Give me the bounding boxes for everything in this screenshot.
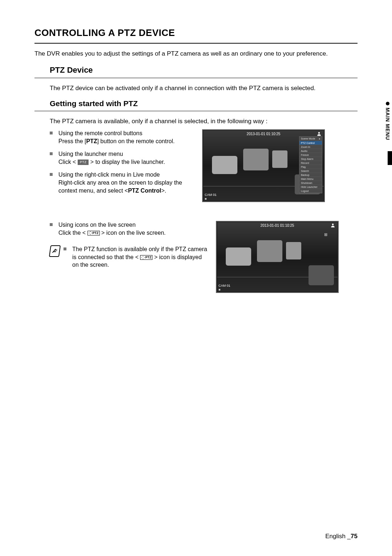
divider-thin-2: [34, 111, 358, 111]
menu-item-zoom-in[interactable]: Zoom In: [299, 145, 322, 149]
screenshot-column-2: 2013-01-01 01:10:25 ⊞ CAM 01 ■: [216, 221, 339, 293]
intro-text: The DVR enables you to adjust the settin…: [34, 50, 358, 57]
getting-started-intro: The PTZ camera is available, only if a c…: [50, 118, 358, 125]
menu-item-scene-mode[interactable]: Scene Mode▸: [299, 137, 322, 141]
menu-item-shutdown[interactable]: Shutdown: [299, 181, 322, 185]
menu-item-backup[interactable]: Backup: [299, 173, 322, 177]
menu-item-record[interactable]: Record: [299, 161, 322, 165]
page-number: 75: [351, 533, 358, 540]
svg-point-1: [332, 223, 334, 225]
menu-item-play[interactable]: Play: [299, 165, 322, 169]
ptz-badge-icon: PTZ: [78, 160, 89, 165]
bullet-remote: Using the remote control buttons Press t…: [50, 129, 195, 145]
menu-item-audio[interactable]: Audio: [299, 149, 322, 153]
side-dot-icon: [386, 102, 389, 105]
note-icon: [49, 245, 61, 257]
svg-point-0: [318, 132, 320, 134]
sub-intro-text: The PTZ device can be activated only if …: [50, 85, 358, 92]
page-content: CONTROLLING A PTZ DEVICE The DVR enables…: [0, 0, 392, 293]
side-block: [388, 151, 392, 165]
menu-item-search[interactable]: Search: [299, 169, 322, 173]
footer: English _75: [325, 533, 358, 540]
content-row-2: Using icons on the live screen Click the…: [50, 221, 358, 293]
menu-item-ptz-control[interactable]: PTZ Control: [299, 141, 322, 145]
bullet-desc: Click the < PTZ > icon on the live scree…: [58, 229, 209, 237]
subsection-title: PTZ Device: [50, 65, 358, 75]
bullets-column-2: Using icons on the live screen Click the…: [50, 221, 209, 269]
menu-item-hide-launcher[interactable]: Hide Launcher: [299, 185, 322, 189]
bullet-desc: Click < PTZ > to display the live launch…: [58, 158, 195, 166]
divider-thin: [34, 78, 358, 78]
user-icon: [330, 223, 335, 228]
bullet-desc: Right-click any area on the screen to di…: [58, 179, 195, 194]
bullet-launcher: Using the launcher menu Click < PTZ > to…: [50, 150, 195, 166]
menu-item-main-menu[interactable]: Main Menu: [299, 177, 322, 181]
chevron-right-icon: ▸: [319, 137, 320, 140]
bullet-title: Using icons on the live screen: [58, 221, 209, 229]
note-row: The PTZ function is available only if th…: [50, 245, 209, 269]
bullet-list-1: Using the remote control buttons Press t…: [50, 129, 195, 194]
bullet-rightclick: Using the right-click menu in Live mode …: [50, 171, 195, 194]
bullet-title: Using the launcher menu: [58, 150, 195, 158]
bullet-title: Using the right-click menu in Live mode: [58, 171, 195, 179]
section-2: Using icons on the live screen Click the…: [34, 221, 358, 293]
cam-label: CAM 01: [205, 193, 217, 197]
side-tab-main-menu: MAIN MENU: [383, 102, 392, 140]
screenshot-column: 2013-01-01 01:10:25 CAM 01 ■ Scene Mode▸…: [202, 129, 325, 202]
note-bullet-item: The PTZ function is available only if th…: [64, 245, 209, 269]
bullet-list-2: Using icons on the live screen Click the…: [50, 221, 209, 237]
bullet-desc: Press the [PTZ] button on the remote con…: [58, 137, 195, 145]
timestamp-label: 2013-01-01 01:10:25: [261, 223, 294, 227]
screenshot-live-view: 2013-01-01 01:10:25 ⊞ CAM 01 ■: [216, 221, 339, 293]
section-title: CONTROLLING A PTZ DEVICE: [34, 27, 358, 39]
timestamp-label: 2013-01-01 01:10:25: [247, 132, 281, 136]
user-icon: [317, 131, 322, 136]
menu-item-stop-alarm[interactable]: Stop Alarm: [299, 157, 322, 161]
bullet-title: Using the remote control buttons: [58, 129, 195, 137]
screenshot-context-menu: 2013-01-01 01:10:25 CAM 01 ■ Scene Mode▸…: [202, 129, 325, 202]
cam-rec-icon: ■: [219, 288, 220, 291]
cam-label: CAM 01: [219, 284, 230, 287]
note-bullet-list: The PTZ function is available only if th…: [64, 245, 209, 269]
menu-item-logout[interactable]: Logout: [299, 189, 322, 193]
bullet-live-icons: Using icons on the live screen Click the…: [50, 221, 209, 237]
bullets-column: Using the remote control buttons Press t…: [50, 129, 195, 202]
cam-rec-icon: ■: [205, 197, 207, 201]
divider-thick: [34, 43, 358, 44]
content-row-1: Using the remote control buttons Press t…: [50, 129, 358, 202]
ptz-inline-icon: PTZ: [140, 255, 152, 260]
getting-started-title: Getting started with PTZ: [50, 99, 358, 108]
footer-lang: English _: [325, 533, 351, 540]
context-menu: Scene Mode▸ PTZ Control Zoom In Audio Fr…: [299, 136, 322, 193]
menu-item-freeze[interactable]: Freeze: [299, 153, 322, 157]
camera-scene-2: [217, 222, 338, 292]
live-icons-cluster: ⊞: [324, 232, 327, 237]
ptz-inline-icon: PTZ: [87, 231, 100, 235]
